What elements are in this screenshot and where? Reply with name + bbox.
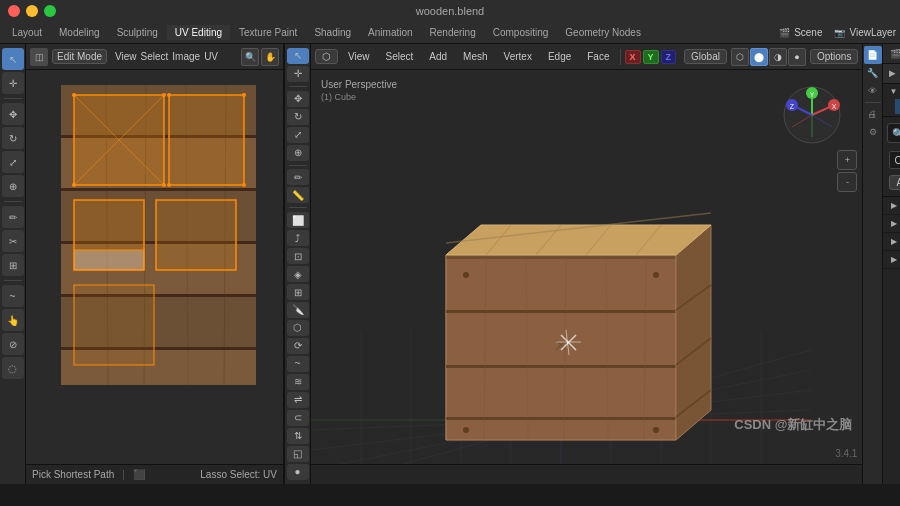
tab-shading[interactable]: Shading <box>306 25 359 40</box>
add-cube-btn[interactable]: ⬜ <box>287 212 309 228</box>
move-3d-btn[interactable]: ✥ <box>287 91 309 107</box>
pan-icon[interactable]: ✋ <box>261 48 279 66</box>
tab-modeling[interactable]: Modeling <box>51 25 108 40</box>
tab-layout[interactable]: Layout <box>4 25 50 40</box>
shear-btn[interactable]: ◱ <box>287 446 309 462</box>
relax-btn[interactable]: ~ <box>2 285 24 307</box>
scale-tool-btn[interactable]: ⤢ <box>2 151 24 173</box>
maximize-button[interactable] <box>44 5 56 17</box>
cursor-tool-btn[interactable]: ✛ <box>2 72 24 94</box>
renderlayer-label[interactable]: ViewLayer <box>849 27 896 38</box>
loop-cut-btn[interactable]: ⊞ <box>287 284 309 300</box>
spin-btn[interactable]: ⟳ <box>287 338 309 354</box>
add-modifier-btn[interactable]: Add Modifier ▼ <box>889 175 900 190</box>
options-btn[interactable]: Options <box>810 49 858 64</box>
viewport-select-menu[interactable]: Select <box>380 49 420 64</box>
tab-sculpting[interactable]: Sculpting <box>109 25 166 40</box>
viewport-type-select[interactable]: ⬡ <box>315 49 338 64</box>
edge-slide-btn[interactable]: ⇌ <box>287 392 309 408</box>
transform-tool-btn[interactable]: ⊕ <box>2 175 24 197</box>
select-tool-btn[interactable]: ↖ <box>2 48 24 70</box>
editor-type-icon[interactable]: ◫ <box>30 48 48 66</box>
cursor-3d-btn[interactable]: ✛ <box>287 66 309 82</box>
collection-item[interactable]: ▼ 📁 Collection 👁 📷 <box>883 84 900 99</box>
properties-3dprint-icon[interactable]: 🖨 <box>864 105 882 123</box>
transform-item[interactable]: ▶ Transform <box>883 233 900 251</box>
tab-animation[interactable]: Animation <box>360 25 420 40</box>
global-mode-btn[interactable]: Global <box>684 49 727 64</box>
tab-rendering[interactable]: Rendering <box>422 25 484 40</box>
render-btn[interactable]: ● <box>788 48 806 66</box>
uv-canvas[interactable] <box>26 70 283 464</box>
viewport-vertex-menu[interactable]: Vertex <box>498 49 538 64</box>
uv-image-btn[interactable]: Image <box>172 51 200 62</box>
cleanup-item[interactable]: ▶ Clean Up <box>883 215 900 233</box>
randomize-btn[interactable]: ≋ <box>287 374 309 390</box>
3d-scene[interactable]: User Perspective (1) Cube <box>311 70 862 464</box>
knife-btn[interactable]: 🔪 <box>287 302 309 318</box>
zoom-out-btn[interactable]: - <box>837 172 857 192</box>
z-constraint-btn[interactable]: Z <box>661 50 677 64</box>
zoom-in-btn[interactable]: + <box>837 150 857 170</box>
bevel-btn[interactable]: ◈ <box>287 266 309 282</box>
wireframe-btn[interactable]: ⬡ <box>731 48 749 66</box>
export-item[interactable]: ▶ Export <box>883 251 900 269</box>
properties-item-icon[interactable]: 📄 <box>864 46 882 64</box>
rip-btn[interactable]: ✂ <box>2 230 24 252</box>
extrude-btn[interactable]: ⤴ <box>287 230 309 246</box>
scene-label[interactable]: Scene <box>794 27 822 38</box>
smooth-3d-btn[interactable]: ~ <box>287 356 309 372</box>
zoom-icon[interactable]: 🔍 <box>241 48 259 66</box>
properties-tool-icon[interactable]: 🔧 <box>864 64 882 82</box>
minimize-button[interactable] <box>26 5 38 17</box>
tab-uv-editing[interactable]: UV Editing <box>167 25 230 40</box>
export-arrow: ▶ <box>891 255 897 264</box>
properties-search[interactable]: 🔍 <box>887 123 900 143</box>
solid-btn[interactable]: ⬤ <box>750 48 768 66</box>
tab-geometry-nodes[interactable]: Geometry Nodes <box>557 25 649 40</box>
viewport-edge-menu[interactable]: Edge <box>542 49 577 64</box>
shrink-btn[interactable]: ⊂ <box>287 410 309 426</box>
rotate-3d-btn[interactable]: ↻ <box>287 109 309 125</box>
uv-uv-btn[interactable]: UV <box>204 51 218 62</box>
pinch-btn[interactable]: ⊘ <box>2 333 24 355</box>
move-tool-btn[interactable]: ✥ <box>2 103 24 125</box>
x-constraint-btn[interactable]: X <box>625 50 641 64</box>
poly-build-btn[interactable]: ⬡ <box>287 320 309 336</box>
uv-view-btn[interactable]: View <box>115 51 137 62</box>
rotate-tool-btn[interactable]: ↻ <box>2 127 24 149</box>
transform-3d-btn[interactable]: ⊕ <box>287 145 309 161</box>
lookdev-btn[interactable]: ◑ <box>769 48 787 66</box>
properties-view-icon[interactable]: 👁 <box>864 82 882 100</box>
tab-texture-paint[interactable]: Texture Paint <box>231 25 305 40</box>
uv-editor-section: ↖ ✛ ✥ ↻ ⤢ ⊕ ✏ ✂ ⊞ ~ 👆 ⊘ ◌ ◫ Edit Mode <box>0 44 285 484</box>
smooth-btn[interactable]: ◌ <box>2 357 24 379</box>
analyze-item[interactable]: ▶ Analyze <box>883 197 900 215</box>
push-pull-btn[interactable]: ⇅ <box>287 428 309 444</box>
tab-compositing[interactable]: Compositing <box>485 25 557 40</box>
viewport-view-menu[interactable]: View <box>342 49 376 64</box>
to-sphere-btn[interactable]: ● <box>287 464 309 480</box>
inset-btn[interactable]: ⊡ <box>287 248 309 264</box>
y-constraint-btn[interactable]: Y <box>643 50 659 64</box>
scale-3d-btn[interactable]: ⤢ <box>287 127 309 143</box>
scene-props-icon[interactable]: 🎬 <box>887 47 900 61</box>
properties-hardops-icon[interactable]: ⚙ <box>864 123 882 141</box>
cube-item[interactable]: ⬡ Cube 👁 📷 <box>895 99 900 114</box>
stitch-btn[interactable]: ⊞ <box>2 254 24 276</box>
viewport-3d[interactable]: ⬡ View Select Add Mesh Vertex Edge Face … <box>311 44 862 484</box>
edit-mode-select[interactable]: Edit Mode <box>52 49 107 64</box>
svg-point-35 <box>162 183 166 187</box>
navigation-gizmo[interactable]: X Y Z <box>782 85 842 145</box>
select-3d-btn[interactable]: ↖ <box>287 48 309 64</box>
uv-select-btn[interactable]: Select <box>141 51 169 62</box>
grab-btn[interactable]: 👆 <box>2 309 24 331</box>
close-button[interactable] <box>8 5 20 17</box>
viewport-face-menu[interactable]: Face <box>581 49 615 64</box>
annotate-btn[interactable]: ✏ <box>2 206 24 228</box>
viewport-mesh-menu[interactable]: Mesh <box>457 49 493 64</box>
measure-btn[interactable]: 📏 <box>287 187 309 203</box>
viewport-add-menu[interactable]: Add <box>423 49 453 64</box>
annotate-3d-btn[interactable]: ✏ <box>287 169 309 185</box>
object-name-field[interactable]: Cube ⬡ <box>889 151 900 169</box>
